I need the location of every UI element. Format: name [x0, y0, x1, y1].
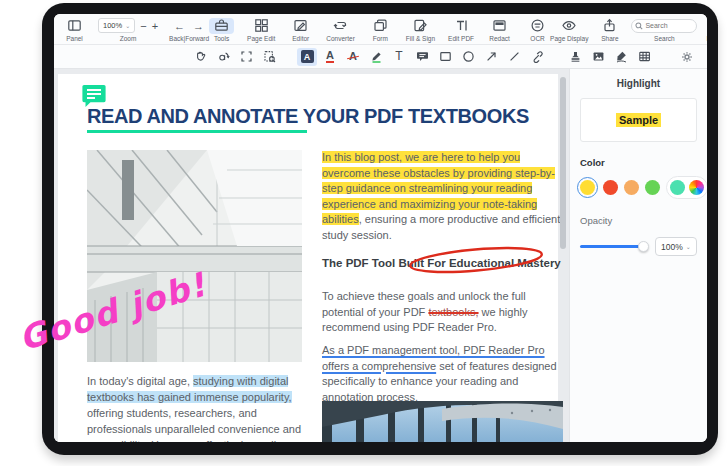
- tab-edit-pdf[interactable]: Edit PDF: [448, 18, 474, 42]
- note-tool-button[interactable]: [412, 48, 432, 66]
- article-paragraph-goals: To achieve these goals and unlock the fu…: [322, 289, 563, 336]
- tab-editor[interactable]: Editor: [288, 18, 313, 42]
- page-magnifier-icon: [263, 50, 276, 63]
- tab-fill-sign-label: Fill & Sign: [406, 35, 435, 42]
- line-icon: [508, 50, 521, 63]
- select-text-tool-button[interactable]: [213, 48, 233, 66]
- stamp-tool-button[interactable]: [565, 48, 585, 66]
- eye-icon: [556, 18, 582, 34]
- color-swatch-yellow[interactable]: [580, 180, 595, 195]
- tab-fill-sign[interactable]: Fill & Sign: [406, 18, 435, 42]
- hand-tool-button[interactable]: [190, 48, 210, 66]
- chevron-down-icon: ⌄: [686, 243, 691, 250]
- color-swatch-orange[interactable]: [624, 180, 639, 195]
- tab-converter-label: Converter: [326, 35, 355, 42]
- color-swatch-red[interactable]: [603, 180, 618, 195]
- article-paragraph-tool: As a PDF management tool, PDF Reader Pro…: [322, 343, 563, 405]
- strikeout-tool-button[interactable]: A: [343, 48, 363, 66]
- line-tool-button[interactable]: [504, 48, 524, 66]
- opacity-section-label: Opacity: [580, 215, 697, 226]
- tab-page-edit[interactable]: Page Edit: [247, 18, 275, 42]
- signature-pen-icon: [615, 50, 628, 63]
- arrow-tool-button[interactable]: [481, 48, 501, 66]
- zoom-level-dropdown[interactable]: 100% ⌄: [98, 18, 135, 33]
- signature-tool-button[interactable]: [611, 48, 631, 66]
- table-icon: [638, 50, 651, 63]
- edit-text-icon: [449, 18, 474, 34]
- link-icon: [531, 50, 544, 63]
- page-display-label: Page Display: [550, 35, 588, 42]
- search-label: Search: [654, 35, 675, 42]
- tab-edit-pdf-label: Edit PDF: [448, 35, 474, 42]
- zoom-value: 100%: [103, 21, 122, 30]
- properties-button[interactable]: Properties: [706, 18, 707, 42]
- tab-tools[interactable]: Tools: [209, 18, 234, 42]
- back-button[interactable]: ←: [174, 19, 185, 33]
- zoom-area-tool-button[interactable]: [259, 48, 279, 66]
- fill-sign-icon: [408, 18, 433, 34]
- pdf-page[interactable]: READ AND ANNOTATE YOUR PDF TEXTBOOKS: [58, 74, 558, 442]
- properties-label: Properties: [706, 35, 707, 42]
- vertical-scrollbar[interactable]: [560, 77, 566, 249]
- text-tool-icon: T: [395, 51, 402, 62]
- tab-redact[interactable]: Redact: [487, 18, 512, 42]
- freehand-pen-tool-button[interactable]: [366, 48, 386, 66]
- chevron-down-icon: ⌄: [125, 22, 130, 29]
- note-bubble-icon: [416, 50, 429, 63]
- zoom-out-button[interactable]: −: [140, 19, 146, 33]
- opacity-value-dropdown[interactable]: 100% ⌄: [655, 237, 697, 256]
- strikeout-annotation[interactable]: textbooks,: [428, 306, 478, 318]
- app-window: Panel 100% ⌄ − + Zoom ←: [54, 14, 707, 442]
- panel-title: Highlight: [580, 78, 697, 89]
- opacity-slider[interactable]: [580, 245, 647, 248]
- zoom-in-button[interactable]: +: [152, 19, 158, 33]
- image-tool-button[interactable]: [588, 48, 608, 66]
- select-text-icon: [217, 50, 230, 63]
- tab-ocr[interactable]: OCR: [525, 18, 550, 42]
- rectangle-icon: [439, 50, 452, 63]
- stamp-icon: [569, 50, 582, 63]
- custom-color-group: [666, 176, 707, 199]
- tab-ocr-label: OCR: [530, 35, 544, 42]
- forward-button[interactable]: →: [193, 19, 204, 33]
- gear-icon: [681, 51, 693, 63]
- text-tool-button[interactable]: T: [389, 48, 409, 66]
- opacity-slider-handle[interactable]: [638, 241, 649, 252]
- color-wheel-picker[interactable]: [689, 180, 704, 195]
- document-viewport[interactable]: READ AND ANNOTATE YOUR PDF TEXTBOOKS: [54, 69, 569, 442]
- highlight-tool-icon: A: [301, 50, 314, 63]
- share-button[interactable]: Share: [597, 18, 622, 42]
- article-image-left: [87, 150, 302, 362]
- back-forward-cluster: ← → Back|Forward: [169, 18, 209, 42]
- color-swatch-green[interactable]: [645, 180, 660, 195]
- redact-icon: [487, 18, 512, 34]
- panel-button[interactable]: Panel: [62, 18, 87, 42]
- back-forward-label: Back|Forward: [169, 35, 209, 42]
- marker-pen-icon: [370, 50, 383, 63]
- highlight-properties-panel: Highlight Sample Color Opacity: [569, 69, 707, 442]
- marquee-select-tool-button[interactable]: [236, 48, 256, 66]
- title-green-underline-annotation: [87, 130, 307, 133]
- table-tool-button[interactable]: [634, 48, 654, 66]
- color-swatch-mint[interactable]: [670, 180, 685, 195]
- left-para-post: offering students, researchers, and prof…: [87, 407, 301, 442]
- link-tool-button[interactable]: [527, 48, 547, 66]
- device-frame: Panel 100% ⌄ − + Zoom ←: [42, 3, 718, 455]
- tab-editor-label: Editor: [292, 35, 309, 42]
- article-paragraph-left: In today's digital age, studying with di…: [87, 373, 311, 442]
- tab-form[interactable]: Form: [368, 18, 393, 42]
- ellipse-tool-button[interactable]: [458, 48, 478, 66]
- rectangle-tool-button[interactable]: [435, 48, 455, 66]
- annotation-settings-button[interactable]: [677, 48, 697, 66]
- strikeout-tool-icon: A: [349, 51, 357, 62]
- marquee-icon: [240, 50, 253, 63]
- image-icon: [592, 50, 605, 63]
- tab-page-edit-label: Page Edit: [247, 35, 275, 42]
- highlight-tool-button[interactable]: A: [297, 48, 317, 66]
- tab-converter[interactable]: Converter: [326, 18, 355, 42]
- tab-tools-label: Tools: [214, 35, 229, 42]
- zoom-cluster: 100% ⌄ − + Zoom: [98, 18, 158, 42]
- page-display-button[interactable]: Page Display: [550, 18, 588, 42]
- intro-para-post: , ensuring a more productive and efficie…: [322, 213, 560, 241]
- underline-tool-button[interactable]: A: [320, 48, 340, 66]
